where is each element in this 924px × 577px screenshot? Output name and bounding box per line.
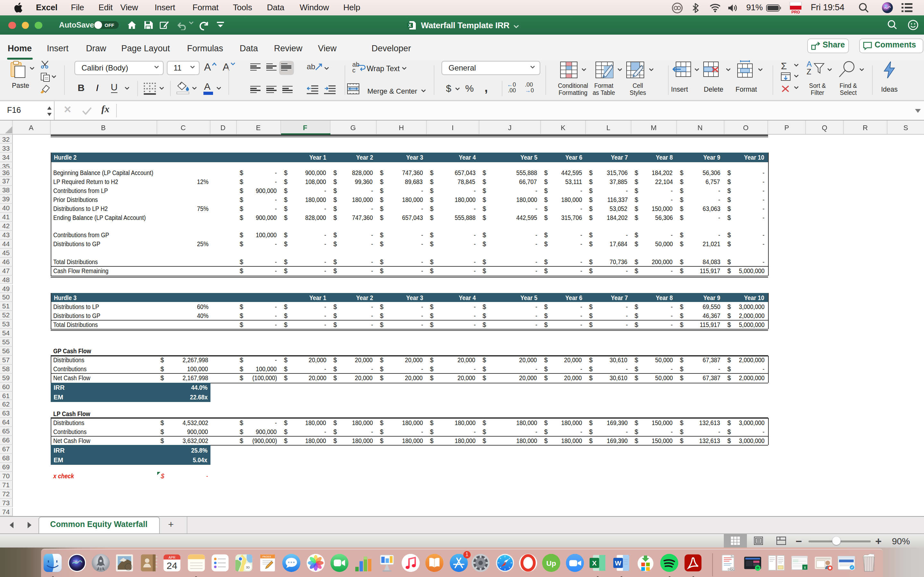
svg-text:X: X bbox=[592, 559, 596, 567]
svg-text:DOC: DOC bbox=[728, 567, 735, 571]
svg-text:W: W bbox=[615, 559, 621, 567]
svg-text:PRO: PRO bbox=[791, 10, 800, 14]
svg-text:3D: 3D bbox=[246, 566, 250, 569]
svg-text:x: x bbox=[804, 565, 806, 570]
svg-text:24: 24 bbox=[166, 560, 177, 571]
svg-text:Up: Up bbox=[546, 559, 556, 567]
svg-text:X: X bbox=[409, 23, 412, 27]
svg-text:PAGES: PAGES bbox=[262, 555, 271, 558]
svg-text:APR: APR bbox=[168, 556, 176, 559]
